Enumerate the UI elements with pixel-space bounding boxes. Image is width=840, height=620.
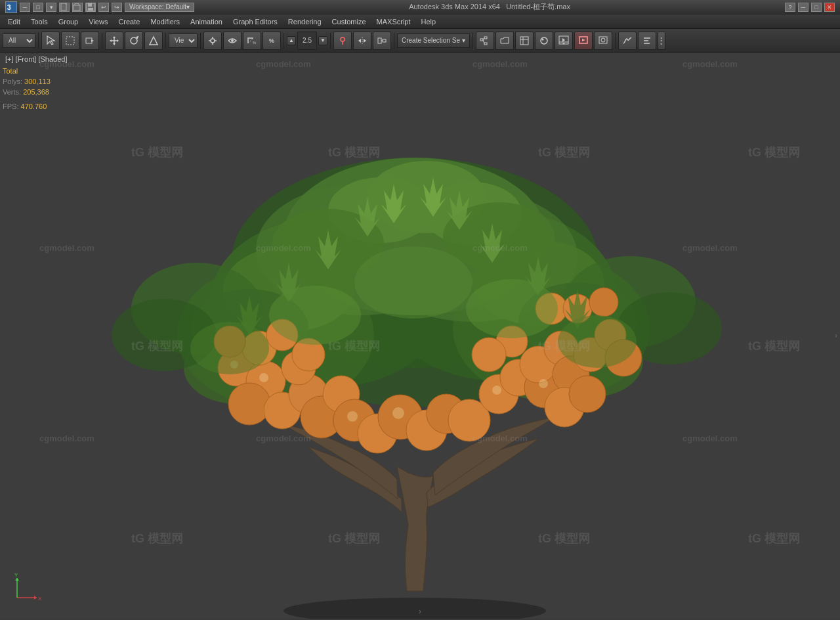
percent-snap-btn[interactable]: %: [262, 32, 281, 50]
maximize-window-btn[interactable]: □: [811, 3, 822, 12]
param-editor-btn[interactable]: [638, 32, 656, 50]
menu-customize[interactable]: Customize: [327, 16, 371, 27]
curve-editor-btn[interactable]: [618, 32, 637, 50]
ref-coord-dropdown[interactable]: View: [169, 33, 198, 48]
quick-access-btn[interactable]: ▾: [46, 3, 56, 12]
svg-rect-5: [88, 3, 92, 7]
open-file-btn2[interactable]: [495, 32, 514, 50]
spinner-up[interactable]: ▲: [287, 36, 296, 45]
new-btn[interactable]: [59, 3, 70, 12]
window-crossing-btn[interactable]: [81, 32, 99, 50]
menu-rendering[interactable]: Rendering: [283, 16, 327, 27]
title-bar-left: 3 ─ □ ▾ ↩ ↪ Workspace: Default ▾: [5, 1, 194, 13]
sep-3: [165, 33, 166, 49]
fps-value: 470.760: [21, 102, 47, 110]
menu-help[interactable]: Help: [416, 16, 442, 27]
svg-marker-28: [358, 39, 361, 43]
svg-marker-29: [364, 39, 366, 43]
undo-title-btn[interactable]: ↩: [98, 3, 109, 12]
menu-maxscript[interactable]: MAXScript: [371, 16, 416, 27]
sep-4: [200, 33, 201, 49]
svg-marker-13: [113, 43, 116, 45]
svg-rect-6: [88, 8, 93, 11]
workspace-dropdown[interactable]: Workspace: Default ▾: [125, 3, 194, 12]
svg-point-81: [228, 383, 270, 425]
mirror-btn[interactable]: [353, 32, 371, 50]
angle-snap-btn[interactable]: %: [243, 32, 261, 50]
open-btn[interactable]: [72, 3, 83, 12]
svg-point-120: [466, 279, 558, 338]
save-btn[interactable]: [85, 3, 96, 12]
svg-point-41: [541, 37, 547, 44]
more-btn[interactable]: ⋮: [658, 32, 665, 50]
schematic-view-btn[interactable]: [476, 32, 494, 50]
menu-views[interactable]: Views: [83, 16, 113, 27]
svg-point-109: [472, 338, 506, 372]
zoom-section: ▲ 2.5 ▼: [287, 32, 327, 50]
menu-group[interactable]: Group: [53, 16, 84, 27]
main-toolbar: All View %: [0, 29, 840, 53]
render-frame-btn[interactable]: [574, 32, 593, 50]
svg-text:Y: Y: [14, 572, 18, 578]
render-last-btn[interactable]: [594, 32, 612, 50]
menu-graph-editors[interactable]: Graph Editors: [228, 16, 283, 27]
select-move-btn[interactable]: [105, 32, 123, 50]
svg-point-122: [190, 322, 269, 374]
select-object-btn[interactable]: [41, 32, 60, 50]
resize-right-arrow[interactable]: ›: [835, 331, 837, 340]
svg-point-42: [541, 38, 543, 40]
menu-modifiers[interactable]: Modifiers: [145, 16, 185, 27]
svg-marker-15: [117, 39, 119, 42]
title-bar-right: ? ─ □ ✕: [785, 3, 835, 12]
svg-text:X: X: [38, 596, 42, 602]
svg-point-118: [539, 379, 548, 388]
menu-create[interactable]: Create: [113, 16, 145, 27]
sep-5: [284, 33, 284, 49]
minimize-window-btn[interactable]: ─: [798, 3, 808, 12]
selection-set-dropdown[interactable]: Create Selection Se ▾: [397, 33, 470, 48]
restore-btn[interactable]: □: [33, 3, 43, 12]
tree-display: [0, 53, 840, 619]
svg-marker-48: [582, 39, 585, 41]
snap-toggle-btn[interactable]: [223, 32, 242, 50]
sep-8: [472, 33, 473, 49]
svg-point-119: [269, 286, 361, 345]
svg-rect-30: [378, 38, 381, 43]
menu-tools[interactable]: Tools: [26, 16, 53, 27]
resize-bottom-arrow[interactable]: ›: [419, 607, 421, 616]
named-selection-btn[interactable]: [333, 32, 352, 50]
sep-9: [615, 33, 616, 49]
svg-marker-12: [113, 36, 116, 38]
svg-marker-129: [15, 578, 19, 581]
select-scale-btn[interactable]: [144, 32, 163, 50]
title-bar: 3 ─ □ ▾ ↩ ↪ Workspace: Default ▾ Autodes…: [0, 0, 840, 14]
svg-rect-38: [520, 37, 528, 45]
asset-tracking-btn[interactable]: [515, 32, 534, 50]
pivot-btn[interactable]: [203, 32, 222, 50]
select-rotate-btn[interactable]: [125, 32, 143, 50]
align-btn[interactable]: [373, 32, 391, 50]
app-title: Autodesk 3ds Max 2014 x64 Untitled-桓子苟.m…: [409, 2, 570, 12]
viewport: [+] [Front] [Shaded] Total Polys: 300,11…: [0, 53, 840, 619]
svg-point-25: [341, 37, 345, 41]
svg-rect-8: [86, 38, 92, 43]
menu-edit[interactable]: Edit: [3, 16, 26, 27]
close-window-btn[interactable]: ✕: [824, 3, 835, 12]
zoom-value-display: 2.5: [297, 32, 317, 50]
verts-value: 205,368: [23, 88, 49, 96]
svg-text:3: 3: [7, 3, 11, 11]
select-region-btn[interactable]: [61, 32, 79, 50]
selection-filter-dropdown[interactable]: All: [3, 33, 35, 48]
svg-marker-9: [91, 39, 94, 42]
render-setup-btn[interactable]: [555, 32, 573, 50]
spinner-down[interactable]: ▼: [318, 36, 327, 45]
material-editor-btn[interactable]: [535, 32, 553, 50]
svg-point-112: [589, 288, 618, 317]
help-btn[interactable]: ?: [785, 3, 795, 12]
svg-point-23: [231, 39, 234, 42]
svg-point-105: [569, 376, 606, 412]
redo-title-btn[interactable]: ↪: [112, 3, 122, 12]
menu-animation[interactable]: Animation: [185, 16, 228, 27]
total-label: Total: [3, 67, 18, 75]
minimize-btn[interactable]: ─: [20, 3, 30, 12]
